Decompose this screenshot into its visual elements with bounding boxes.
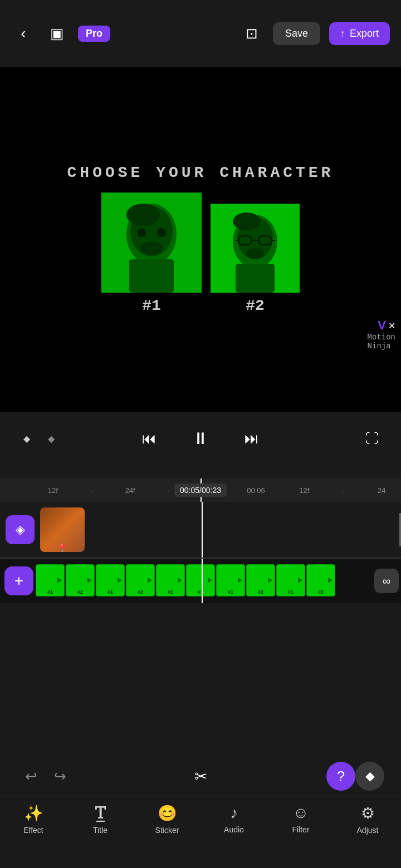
layer-icon[interactable]: ◈ [6,515,35,544]
clip-arrow-4 [148,578,152,583]
green-clip-2[interactable]: #2 [66,564,95,596]
green-clip-9[interactable]: #1 [276,564,305,596]
fullscreen-button[interactable]: ⛶ [360,426,384,451]
effect-label: Effect [23,826,43,835]
green-clip-8[interactable]: #2 [246,564,275,596]
save-button[interactable]: Save [273,22,320,45]
back-icon: ‹ [21,24,26,42]
clip-label-1: #1 [47,589,53,595]
char-image-1 [101,193,202,293]
kf-left-icon: ◆ [23,433,30,444]
sticker-icon: 😊 [158,804,177,822]
clip-label-4: #2 [138,589,143,595]
svg-rect-15 [236,264,275,293]
green-clip-5[interactable]: #1 [156,564,185,596]
nav-item-adjust[interactable]: ⚙ Adjust [334,804,401,835]
help-icon: ? [337,768,345,785]
nav-item-filter[interactable]: ☺ Filter [267,804,334,834]
green-clip-4[interactable]: #2 [126,564,155,596]
mn-text: MotionNinja [368,333,395,351]
mn-v-icon: V [378,318,386,333]
notebook-button[interactable]: ▣ [45,21,69,46]
export-button[interactable]: ↑ Export [329,22,390,45]
green-clip-1[interactable]: #1 [36,564,65,596]
crop-button[interactable]: ⊡ [239,21,264,46]
pro-badge[interactable]: Pro [78,26,110,42]
timeline-area: 00:05/00:23 12f · 24f · 6 00:06 12f · 24… [0,479,401,603]
skip-back-icon: ⏮ [142,430,157,447]
timecode-bar: 00:05/00:23 12f · 24f · 6 00:06 12f · 24 [0,479,401,502]
nav-item-effect[interactable]: ✨ Effect [0,804,67,835]
clip-label-9: #1 [288,589,294,595]
magic-button[interactable]: ◆ [355,762,384,791]
infinity-button[interactable]: ∞ [374,569,399,593]
keyframe-right-button[interactable]: ◆ [41,428,61,448]
char-label-1: #1 [142,297,161,314]
pause-button[interactable]: ⏸ [185,423,216,454]
clip-arrow-8 [268,578,272,583]
green-clip-10[interactable]: #2 [306,564,335,596]
clip-arrow-2 [87,578,92,583]
time-label-dot-2: · [324,486,362,495]
undo-icon: ↩ [25,768,37,785]
help-button[interactable]: ? [326,762,355,791]
nav-item-sticker[interactable]: 😊 Sticker [134,804,200,835]
add-clip-button[interactable]: + [4,566,33,595]
char-img-inner-2 [211,204,300,293]
playback-controls: ◆ ◆ ⏮ ⏸ ⏭ ⛶ [0,412,401,465]
adjust-label: Adjust [357,826,379,835]
back-button[interactable]: ‹ [11,21,36,46]
svg-rect-6 [129,259,174,293]
play-controls: ⏮ ⏸ ⏭ [136,423,265,454]
green-track: + #1 #2 #1 #2 #1 [0,559,401,603]
filter-label: Filter [292,825,309,834]
crop-icon: ⊡ [246,25,258,42]
video-thumbnail: 📍 [40,507,85,552]
character-card-1: #1 [101,193,202,314]
time-label-006: 00:06 [227,486,285,495]
thumb-pin-icon: 📍 [56,543,69,552]
undo-button[interactable]: ↩ [17,762,46,791]
clip-arrow-6 [208,578,212,583]
nav-item-title[interactable]: T̲ Title [67,804,134,835]
redo-button[interactable]: ↪ [46,762,75,791]
green-clip-6[interactable]: #2 [186,564,215,596]
title-icon: T̲ [95,804,106,822]
green-clips-container: #1 #2 #1 #2 #1 #2 [36,564,374,598]
time-label-24f-2: 24f [111,486,149,495]
bottom-toolbar-actions: ↩ ↪ ✂ ? ◆ [0,757,401,796]
mn-close-icon: ✕ [388,320,395,331]
clip-arrow-5 [178,578,182,583]
green-clip-3[interactable]: #1 [96,564,125,596]
effect-icon: ✨ [24,804,43,822]
fullscreen-icon: ⛶ [365,431,379,446]
skip-forward-button[interactable]: ⏭ [238,425,265,452]
clip-arrow-1 [57,578,62,583]
current-time-bubble: 00:05/00:23 [174,484,227,497]
export-label: Export [350,28,379,40]
nav-item-audio[interactable]: ♪ Audio [200,804,267,834]
motion-ninja-badge: V ✕ MotionNinja [368,318,395,351]
sticker-label: Sticker [155,826,179,835]
layers-icon: ◈ [16,522,25,537]
skip-back-button[interactable]: ⏮ [136,425,163,452]
clip-arrow-9 [298,578,302,583]
time-label-12f-3: 12f [285,486,324,495]
scissors-button[interactable]: ✂ [186,762,215,791]
keyframe-left-button[interactable]: ◆ [17,428,37,448]
add-icon: + [14,572,23,590]
redo-icon: ↪ [54,768,66,785]
bottom-nav: ✨ Effect T̲ Title 😊 Sticker ♪ Audio ☺ Fi… [0,796,401,868]
clip-arrow-3 [118,578,122,583]
svg-point-4 [157,228,166,237]
svg-point-16 [233,213,261,230]
green-clip-7[interactable]: #1 [216,564,245,596]
char-svg-2 [211,204,300,293]
filter-icon: ☺ [293,804,309,822]
char-img-inner-1 [101,193,202,293]
character-card-2: #2 [211,204,300,314]
time-label-24f: · [72,486,110,495]
clip-label-5: #1 [168,589,173,595]
infinity-icon: ∞ [383,575,390,588]
kf-right-icon: ◆ [48,433,55,444]
